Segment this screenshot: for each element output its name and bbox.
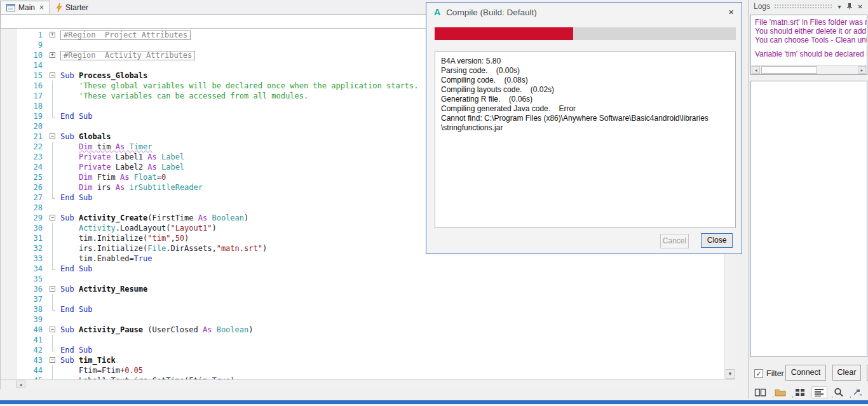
code-text: tim.Initialize("tim",50) <box>60 234 189 243</box>
fold-margin <box>48 142 60 152</box>
line-number: 44 <box>1 366 48 375</box>
fold-margin <box>48 60 60 71</box>
compile-log-line: Compiling layouts code. (0.02s) <box>441 85 729 95</box>
connect-button[interactable]: Connect <box>785 365 826 381</box>
code-line[interactable]: 35 <box>1 274 724 284</box>
compile-dialog-titlebar[interactable]: A Compile (Build: Default) × <box>426 3 742 22</box>
line-number: 10 <box>1 51 48 60</box>
dialog-close-icon[interactable]: × <box>728 7 734 17</box>
fold-margin[interactable]: − <box>48 213 60 223</box>
log-message: You can choose Tools - Clean unu <box>755 36 867 44</box>
code-line[interactable]: 40−Sub Activity_Pause (UserClosed As Boo… <box>1 325 724 335</box>
logs-secondary-box[interactable] <box>750 81 867 357</box>
code-line[interactable]: 36−Sub Activity_Resume <box>1 284 724 294</box>
code-text: End Sub <box>60 264 93 273</box>
logs-horizontal-scrollbar[interactable]: ◂ ▸ <box>751 65 867 74</box>
logs-panel-header[interactable]: Logs ▾ ✕ <box>749 0 868 13</box>
log-message: You should either delete it or add i <box>755 27 867 36</box>
code-line[interactable]: 43−Sub tim_Tick <box>1 355 724 365</box>
line-number: 29 <box>1 213 48 222</box>
code-line[interactable]: 42End Sub <box>1 345 724 355</box>
fold-margin <box>48 304 60 315</box>
fold-margin[interactable]: − <box>48 325 60 335</box>
fold-margin <box>48 193 60 203</box>
code-text: Sub Process_Globals <box>60 71 147 80</box>
plug-icon[interactable] <box>851 387 864 397</box>
chevron-down-icon[interactable]: ▾ <box>838 3 841 10</box>
fold-margin[interactable]: − <box>48 132 60 142</box>
line-number: 30 <box>1 224 48 233</box>
fold-margin[interactable]: + <box>48 50 60 60</box>
compile-log-line: Compiling code. (0.08s) <box>441 76 729 85</box>
collapse-icon[interactable]: − <box>50 357 55 363</box>
tab-close-icon[interactable]: × <box>39 3 44 12</box>
scroll-left-icon[interactable]: ◂ <box>752 66 760 74</box>
scrollbar-thumb[interactable] <box>761 66 817 74</box>
collapse-icon[interactable]: − <box>50 133 55 139</box>
scroll-left-icon[interactable]: ◂ <box>16 381 25 388</box>
code-line[interactable]: 44 Ftim=Ftim+0.05 <box>1 365 724 376</box>
code-text: irs.Initialize(File.DirAssets,"matn.srt"… <box>60 244 267 253</box>
logs-message-box[interactable]: File 'matn.srt' in Files folder was noYo… <box>750 15 867 75</box>
collapse-icon[interactable]: − <box>50 286 55 292</box>
line-number: 27 <box>1 193 48 202</box>
code-text: Activity.LoadLayout("Layout1") <box>60 224 217 233</box>
log-message: File 'matn.srt' in Files folder was no <box>755 18 867 27</box>
fold-margin[interactable]: − <box>48 355 60 365</box>
logs-controls: ✓ Filter Connect Clear List D <box>749 365 868 382</box>
tab-starter[interactable]: Starter <box>50 1 94 14</box>
code-text: Sub Activity_Resume <box>60 285 147 294</box>
compile-log-line: Generating R file. (0.06s) <box>441 95 729 104</box>
line-number: 42 <box>1 346 48 355</box>
fold-margin[interactable]: − <box>48 71 60 81</box>
line-number: 39 <box>1 315 48 324</box>
collapse-icon[interactable]: − <box>50 327 55 332</box>
code-text: 'These global variables will be declared… <box>60 81 419 90</box>
code-line[interactable]: 33 tim.Enabled=True <box>1 254 724 264</box>
expand-icon[interactable]: + <box>50 52 55 58</box>
fold-margin[interactable]: + <box>48 30 60 40</box>
blocks-icon[interactable] <box>793 387 807 398</box>
search-icon[interactable] <box>832 386 846 398</box>
fold-margin[interactable]: − <box>48 284 60 294</box>
collapse-icon[interactable]: − <box>50 72 55 78</box>
window-bottom-border <box>0 400 868 404</box>
line-number: 37 <box>1 295 48 304</box>
line-number: 31 <box>1 234 48 243</box>
fold-margin <box>48 335 60 345</box>
code-line[interactable]: 41 <box>1 335 724 345</box>
close-button[interactable]: Close <box>701 233 733 248</box>
b4a-logo: A <box>434 7 440 17</box>
expand-icon[interactable]: + <box>50 32 55 37</box>
cancel-button[interactable]: Cancel <box>660 234 689 248</box>
pin-icon[interactable] <box>846 3 853 10</box>
scroll-down-icon[interactable]: ▼ <box>726 369 735 379</box>
line-number: 43 <box>1 356 48 365</box>
logs-messages: File 'matn.srt' in Files folder was noYo… <box>751 15 867 58</box>
book-icon[interactable] <box>752 386 768 398</box>
filter-checkbox[interactable]: ✓ <box>754 369 763 378</box>
line-number: 32 <box>1 244 48 253</box>
list-lines-icon[interactable] <box>811 386 827 398</box>
line-number: 21 <box>1 132 48 141</box>
scroll-right-icon[interactable]: ▸ <box>858 66 866 74</box>
fold-margin <box>48 223 60 233</box>
code-line[interactable]: 38End Sub <box>1 304 724 315</box>
code-line[interactable]: 37 <box>1 294 724 304</box>
line-number: 16 <box>1 81 48 90</box>
code-text: Private Label1 As Label <box>60 152 184 161</box>
editor-horizontal-scrollbar[interactable]: ◂ <box>1 379 735 389</box>
code-text: Private Label2 As Label <box>60 163 184 172</box>
code-text: Sub Activity_Create(FirstTime As Boolean… <box>60 213 248 222</box>
folder-icon[interactable] <box>773 386 788 398</box>
fold-margin <box>48 121 60 132</box>
code-line[interactable]: 39 <box>1 315 724 325</box>
panel-grip[interactable] <box>774 4 832 9</box>
clear-button[interactable]: Clear <box>832 365 861 381</box>
panel-close-icon[interactable]: ✕ <box>858 3 863 10</box>
compile-log-line: B4A version: 5.80 <box>441 57 729 66</box>
code-line[interactable]: 34End Sub <box>1 264 724 274</box>
collapse-icon[interactable]: − <box>50 215 55 220</box>
compile-log-line: Cannot find: C:\Program Files (x86)\Anyw… <box>441 114 729 123</box>
tab-main[interactable]: Main × <box>0 1 50 14</box>
